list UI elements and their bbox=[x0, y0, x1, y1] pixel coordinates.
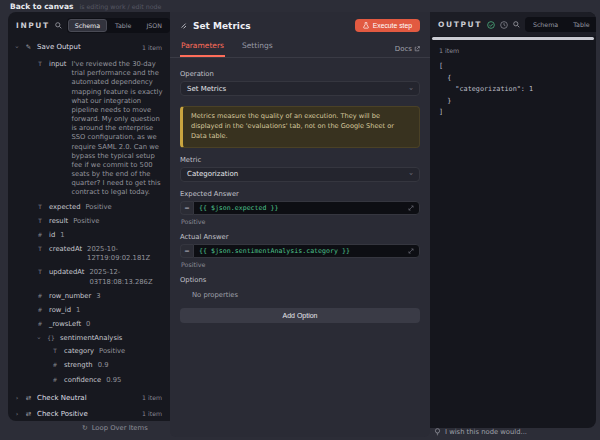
topbar-hint: is editing work / edit node bbox=[79, 3, 161, 10]
json-line: "categorization": 1 bbox=[439, 84, 587, 96]
schema-field-strength[interactable]: #strength0.9 bbox=[51, 361, 164, 370]
number-type-icon: # bbox=[36, 293, 44, 299]
chevron-down-icon: › bbox=[408, 87, 416, 90]
node-tabs: Parameters Settings Docs bbox=[170, 37, 430, 58]
input-node-check-positive[interactable]: ›⇄Check Positive1 item bbox=[12, 406, 164, 421]
schema-field-updatedAt[interactable]: TupdatedAt2025-12-03T18:08:13.286Z bbox=[36, 268, 164, 286]
number-type-icon: # bbox=[36, 232, 44, 238]
string-type-icon: T bbox=[36, 218, 44, 224]
json-line: { bbox=[439, 73, 587, 85]
output-tab-schema[interactable]: Schema bbox=[526, 18, 565, 31]
chevron-icon: › bbox=[36, 336, 43, 342]
tab-parameters[interactable]: Parameters bbox=[180, 37, 225, 57]
actual-answer-input[interactable]: {{ $json.sentimentAnalysis.category }} bbox=[193, 244, 420, 258]
field-key: row_id bbox=[49, 306, 71, 314]
input-panel: INPUT SchemaTableJSON ›✎Save Output1 ite… bbox=[8, 12, 170, 421]
input-schema-tree: ›✎Save Output1 itemTinputI've reviewed t… bbox=[8, 37, 170, 421]
field-key: expected bbox=[49, 203, 80, 211]
schema-field-id[interactable]: #id1 bbox=[36, 231, 164, 240]
field-key: createdAt bbox=[49, 245, 82, 253]
field-value: 2025-12-03T18:08:13.286Z bbox=[89, 268, 164, 286]
field-key: result bbox=[49, 217, 68, 225]
field-key: input bbox=[49, 60, 66, 68]
actual-answer-preview: Positive bbox=[181, 261, 420, 268]
output-title: OUTPUT bbox=[438, 20, 482, 29]
flask-icon bbox=[363, 22, 369, 29]
chevron-icon: › bbox=[14, 411, 20, 418]
schema-field-sentimentAnalysis[interactable]: ›{}sentimentAnalysis bbox=[36, 334, 164, 342]
output-body: 1 item [ { "categorization": 1 }] bbox=[430, 40, 596, 126]
docs-link[interactable]: Docs bbox=[395, 45, 420, 57]
field-value: 3 bbox=[96, 292, 100, 301]
item-count: 1 item bbox=[142, 394, 162, 401]
schema-field-confidence[interactable]: #confidence0.95 bbox=[51, 376, 164, 385]
input-view-tabs: SchemaTableJSON bbox=[67, 18, 170, 33]
node-title: Set Metrics bbox=[193, 21, 251, 31]
field-value: 0.9 bbox=[98, 361, 109, 370]
node-detail-panel: Set Metrics Execute step Parameters Sett… bbox=[170, 12, 430, 437]
input-tab-json[interactable]: JSON bbox=[139, 19, 169, 32]
loop-icon: ↻ bbox=[82, 424, 88, 432]
item-count: 1 item bbox=[142, 44, 162, 51]
add-option-button[interactable]: Add Option bbox=[180, 308, 420, 323]
json-line: [ bbox=[439, 61, 587, 73]
metrics-notice: Metrics measure the quality of an execut… bbox=[180, 106, 420, 148]
schema-field-row_id[interactable]: #row_id1 bbox=[36, 306, 164, 315]
output-panel: OUTPUT SchemaTableJSON 1 item [ { "categ… bbox=[430, 12, 596, 428]
schema-field-expected[interactable]: TexpectedPositive bbox=[36, 203, 164, 212]
field-key: strength bbox=[64, 361, 93, 369]
metric-select[interactable]: Categorization › bbox=[180, 167, 420, 182]
schema-field-category[interactable]: TcategoryPositive bbox=[51, 347, 164, 356]
input-tab-table[interactable]: Table bbox=[108, 19, 138, 32]
schema-field-_rowsLeft[interactable]: #_rowsLeft0 bbox=[36, 320, 164, 329]
input-title: INPUT bbox=[16, 21, 50, 30]
tab-settings[interactable]: Settings bbox=[241, 37, 274, 57]
field-key: id bbox=[49, 231, 55, 239]
schema-field-row_number[interactable]: #row_number3 bbox=[36, 292, 164, 301]
input-tab-schema[interactable]: Schema bbox=[68, 19, 107, 32]
chevron-icon: › bbox=[14, 395, 20, 402]
actual-answer-field: = {{ $json.sentimentAnalysis.category }} bbox=[180, 244, 420, 258]
execution-time-icon bbox=[500, 21, 508, 29]
field-value: I've reviewed the 30-day trial performan… bbox=[71, 60, 164, 198]
schema-field-input[interactable]: TinputI've reviewed the 30-day trial per… bbox=[36, 60, 164, 198]
operation-select[interactable]: Set Metrics › bbox=[180, 81, 420, 96]
search-icon[interactable] bbox=[55, 22, 62, 29]
item-count: 1 item bbox=[142, 410, 162, 417]
input-node-save-output[interactable]: ›✎Save Output1 item bbox=[12, 39, 164, 55]
string-type-icon: T bbox=[36, 269, 44, 275]
node-fields: TinputI've reviewed the 30-day trial per… bbox=[12, 60, 164, 385]
field-key: row_number bbox=[49, 292, 91, 300]
input-node-check-neutral[interactable]: ›⇄Check Neutral1 item bbox=[12, 390, 164, 406]
search-icon[interactable] bbox=[513, 21, 520, 28]
options-label: Options bbox=[180, 276, 420, 284]
number-type-icon: # bbox=[36, 307, 44, 313]
schema-field-result[interactable]: TresultPositive bbox=[36, 217, 164, 226]
field-key: category bbox=[64, 347, 94, 355]
string-type-icon: T bbox=[51, 348, 59, 354]
json-line: } bbox=[439, 96, 587, 108]
expression-toggle[interactable]: = bbox=[180, 244, 193, 258]
field-value: 0 bbox=[86, 320, 90, 329]
expand-expression-icon[interactable] bbox=[408, 205, 414, 211]
string-type-icon: T bbox=[36, 246, 44, 252]
expression-toggle[interactable]: = bbox=[180, 201, 193, 215]
object-type-icon: {} bbox=[47, 335, 55, 341]
expected-answer-input[interactable]: {{ $json.expected }} bbox=[193, 201, 420, 215]
pencil-icon: ✎ bbox=[24, 43, 33, 51]
expected-answer-label: Expected Answer bbox=[180, 190, 420, 198]
filter-icon: ⇄ bbox=[24, 410, 33, 418]
filter-icon: ⇄ bbox=[24, 394, 33, 402]
execute-step-button[interactable]: Execute step bbox=[355, 19, 420, 32]
field-key: _rowsLeft bbox=[49, 320, 81, 328]
input-header: INPUT SchemaTableJSON bbox=[8, 12, 170, 37]
field-value: Positive bbox=[85, 203, 111, 212]
back-to-canvas-link[interactable]: Back to canvas bbox=[10, 2, 73, 11]
schema-field-createdAt[interactable]: TcreatedAt2025-10-12T19:09:02.181Z bbox=[36, 245, 164, 263]
expand-expression-icon[interactable] bbox=[408, 248, 414, 254]
output-tab-table[interactable]: Table bbox=[566, 18, 596, 31]
parameters-body: Operation Set Metrics › Metrics measure … bbox=[170, 58, 430, 327]
set-metrics-node-icon bbox=[180, 22, 188, 30]
node-feedback-link[interactable]: I wish this node would... bbox=[434, 428, 527, 436]
field-key: sentimentAnalysis bbox=[60, 334, 122, 342]
